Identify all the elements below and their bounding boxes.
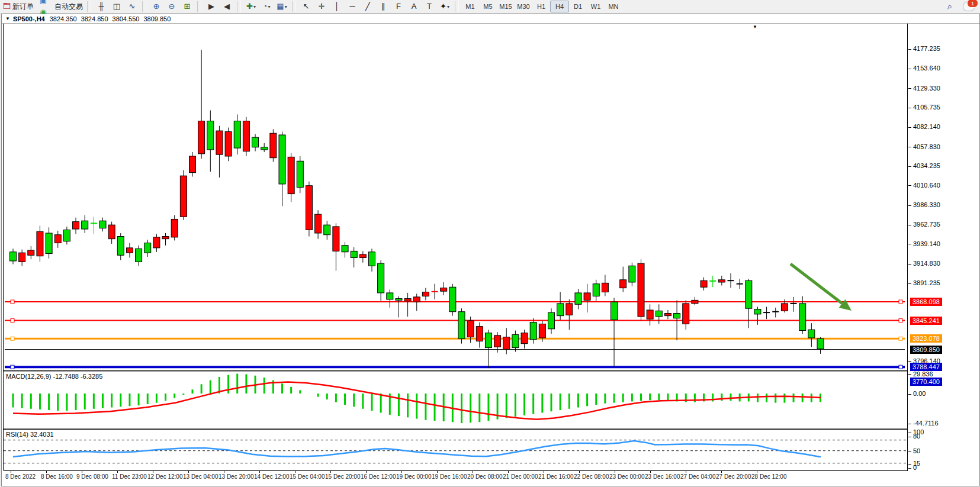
candle-body[interactable] (611, 302, 618, 320)
new-order-button[interactable]: 🗔 新订单 (1, 1, 36, 12)
candle[interactable] (629, 263, 635, 286)
candle-body[interactable] (692, 300, 698, 304)
candle-body[interactable] (136, 249, 142, 262)
candle[interactable] (709, 276, 716, 287)
candle[interactable] (718, 276, 725, 286)
candle-body[interactable] (19, 253, 25, 262)
pivot-line-handle[interactable] (899, 337, 902, 340)
candle-body[interactable] (252, 137, 259, 147)
candle[interactable] (476, 322, 483, 348)
candle-body[interactable] (404, 299, 411, 301)
timeframe-button-mn[interactable]: MN (605, 1, 622, 12)
candle-body[interactable] (189, 156, 196, 173)
hline-button[interactable]: ─ (345, 1, 360, 12)
rsi-line[interactable] (13, 441, 821, 457)
candle-body[interactable] (171, 219, 178, 237)
candle[interactable] (441, 282, 447, 295)
candle[interactable] (136, 246, 142, 266)
bar-chart-button[interactable]: ╫ (94, 1, 109, 12)
candle[interactable] (359, 251, 366, 262)
chat-button[interactable]: 1 (961, 1, 976, 12)
chevron-down-icon[interactable]: ▾ (285, 4, 287, 9)
candle-body[interactable] (449, 287, 456, 311)
candle[interactable] (701, 278, 707, 291)
candle[interactable] (342, 242, 348, 257)
candle-body[interactable] (629, 266, 635, 282)
timeframe-button-m1[interactable]: M1 (461, 1, 479, 12)
candle[interactable] (575, 289, 581, 309)
candle[interactable] (404, 293, 411, 317)
timeframe-button-h1[interactable]: H1 (532, 1, 550, 12)
candle-body[interactable] (315, 214, 322, 233)
chart-shift-button[interactable]: ◀ (219, 1, 234, 12)
candle-body[interactable] (306, 186, 312, 230)
candle-body[interactable] (674, 313, 680, 318)
candle-body[interactable] (799, 304, 806, 331)
candle-body[interactable] (261, 147, 268, 150)
candle-body[interactable] (458, 312, 465, 339)
candle[interactable] (108, 222, 115, 244)
timeframe-button-m15[interactable]: M15 (497, 1, 515, 12)
timeframe-button-m5[interactable]: M5 (479, 1, 497, 12)
candle-body[interactable] (548, 312, 555, 329)
candle-body[interactable] (557, 304, 564, 316)
candle-body[interactable] (324, 225, 330, 235)
trendline-button[interactable]: ╱ (360, 1, 375, 12)
candle[interactable] (73, 218, 79, 234)
candle[interactable] (387, 289, 393, 307)
candle-body[interactable] (656, 311, 662, 317)
candle-body[interactable] (602, 283, 608, 292)
candle[interactable] (647, 304, 653, 325)
candle-body[interactable] (396, 299, 402, 301)
candle[interactable] (144, 240, 151, 257)
candle-body[interactable] (144, 243, 151, 253)
candle-body[interactable] (10, 252, 17, 261)
support-line-1-handle[interactable] (899, 365, 902, 369)
candle[interactable] (763, 307, 770, 319)
candle[interactable] (243, 117, 249, 156)
candle-body[interactable] (73, 222, 79, 229)
candle[interactable] (548, 308, 555, 334)
chart-titlebar[interactable]: ▼ SP500-,H4 3824.350 3824.850 3804.550 3… (2, 14, 979, 24)
candle-body[interactable] (530, 322, 536, 340)
candle-body[interactable] (378, 263, 384, 293)
candle-body[interactable] (620, 280, 626, 288)
tile-windows-button[interactable]: ⊞ (179, 1, 195, 12)
candle-body[interactable] (808, 330, 815, 338)
timeframe-button-m30[interactable]: M30 (515, 1, 532, 12)
candle-body[interactable] (126, 248, 133, 253)
cursor-button[interactable]: ↖ (298, 1, 314, 12)
candle[interactable] (270, 129, 277, 162)
candle[interactable] (593, 280, 599, 301)
candle-body[interactable] (99, 221, 106, 228)
candle[interactable] (315, 210, 322, 238)
candle[interactable] (82, 215, 88, 233)
zoom-in-button[interactable]: ⊕ (149, 1, 164, 12)
candle-body[interactable] (521, 333, 528, 344)
candle-body[interactable] (180, 176, 187, 217)
candle-body[interactable] (485, 333, 491, 348)
candle-body[interactable] (37, 231, 43, 256)
candle[interactable] (198, 50, 205, 159)
candle-body[interactable] (153, 237, 160, 248)
candle[interactable] (584, 284, 590, 312)
candle-body[interactable] (638, 263, 644, 317)
candle[interactable] (333, 223, 339, 270)
candle-body[interactable] (46, 233, 52, 254)
candle-body[interactable] (575, 293, 581, 304)
candle[interactable] (153, 234, 160, 251)
candle-body[interactable] (476, 327, 483, 341)
timeframe-button-w1[interactable]: W1 (587, 1, 605, 12)
candle[interactable] (180, 170, 187, 220)
candle-body[interactable] (207, 121, 214, 149)
candle[interactable] (207, 111, 214, 172)
templates-button[interactable]: ▦▾ (274, 1, 290, 12)
candle[interactable] (692, 297, 698, 305)
candle[interactable] (324, 221, 330, 240)
resistance-line-1-handle[interactable] (11, 300, 14, 304)
pivot-line-handle[interactable] (11, 337, 14, 340)
candle[interactable] (234, 114, 240, 154)
candle-body[interactable] (225, 131, 232, 156)
candle[interactable] (602, 275, 608, 296)
candle[interactable] (611, 298, 618, 366)
